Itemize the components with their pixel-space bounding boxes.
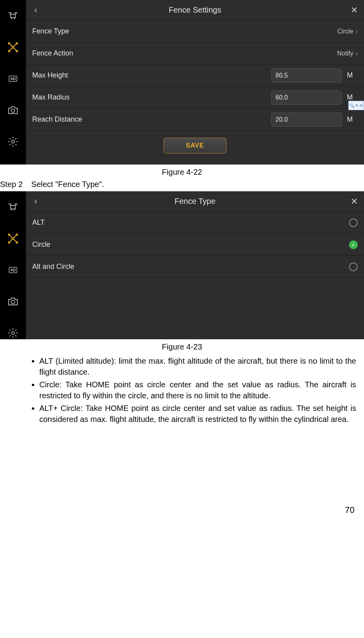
- save-button[interactable]: SAVE: [164, 138, 226, 153]
- panel-title: Fence Settings: [46, 6, 344, 15]
- hd-icon[interactable]: [7, 72, 19, 85]
- drone-icon[interactable]: [7, 9, 19, 22]
- unit-max-height: M: [342, 71, 358, 80]
- settings-panel: ‹ Fence Settings ✕ Fence Type Circle › F…: [26, 0, 364, 165]
- close-icon[interactable]: ✕: [344, 196, 364, 207]
- input-max-radius[interactable]: [271, 91, 342, 105]
- sidebar: [0, 191, 26, 339]
- radio-unchecked-icon: [349, 263, 358, 271]
- svg-point-16: [11, 300, 15, 304]
- svg-rect-9: [11, 205, 16, 209]
- chevron-right-icon: ›: [356, 28, 358, 35]
- unit-reach-distance: M: [342, 115, 358, 124]
- close-icon[interactable]: ✕: [344, 5, 364, 15]
- option-alt-and-circle[interactable]: Alt and Circle: [26, 256, 364, 278]
- svg-point-1: [12, 46, 14, 48]
- unit-max-radius: M: [342, 93, 358, 102]
- row-reach-distance: Reach Distance M: [26, 109, 364, 131]
- input-max-height[interactable]: [271, 68, 342, 83]
- label-reach-distance: Reach Distance: [32, 115, 271, 124]
- step-2-line: Step 2 Select "Fence Type".: [0, 178, 364, 191]
- bullet-alt-circle: ALT+ Circle: Take HOME point as circle c…: [39, 403, 356, 425]
- gear-icon[interactable]: [7, 135, 19, 148]
- radio-unchecked-icon: [349, 218, 358, 227]
- option-label-alt: ALT: [32, 218, 349, 227]
- hd-icon[interactable]: [7, 264, 19, 276]
- radio-checked-icon: ✓: [349, 240, 358, 249]
- propeller-icon[interactable]: [7, 41, 19, 54]
- camera-icon[interactable]: [7, 104, 19, 117]
- option-circle[interactable]: Circle ✓: [26, 234, 364, 256]
- watermark-badge: 🔍 ✎ ⟳: [348, 101, 364, 110]
- drone-icon[interactable]: [7, 201, 19, 213]
- fence-type-panel: ‹ Fence Type ✕ ALT Circle ✓ Alt and Circ…: [26, 191, 364, 339]
- save-row: SAVE: [26, 131, 364, 165]
- value-fence-type: Circle: [337, 28, 353, 35]
- sidebar: [0, 0, 26, 165]
- value-fence-action: Notify: [337, 50, 353, 57]
- label-fence-action: Fence Action: [32, 49, 337, 57]
- figure-caption-2: Figure 4-23: [0, 339, 364, 353]
- option-label-circle: Circle: [32, 240, 349, 249]
- back-icon[interactable]: ‹: [26, 196, 46, 207]
- option-label-alt-circle: Alt and Circle: [32, 263, 349, 271]
- label-max-height: Max Height: [32, 71, 271, 80]
- svg-point-10: [12, 238, 14, 240]
- page-number: 70: [0, 426, 364, 523]
- figure-fence-type: ‹ Fence Type ✕ ALT Circle ✓ Alt and Circ…: [0, 191, 364, 339]
- svg-point-8: [11, 140, 15, 143]
- row-max-height: Max Height M: [26, 65, 364, 87]
- option-alt[interactable]: ALT: [26, 212, 364, 234]
- step-label: Step 2: [0, 180, 29, 189]
- row-fence-type[interactable]: Fence Type Circle ›: [26, 20, 364, 43]
- svg-rect-6: [9, 76, 17, 81]
- step-text: Select "Fence Type".: [31, 180, 104, 189]
- svg-rect-15: [9, 267, 17, 273]
- chevron-right-icon: ›: [356, 50, 358, 57]
- svg-point-7: [11, 109, 15, 113]
- figure-caption-1: Figure 4-22: [0, 165, 364, 178]
- svg-point-17: [11, 331, 15, 335]
- empty-space: [26, 278, 364, 337]
- row-fence-action[interactable]: Fence Action Notify ›: [26, 43, 364, 65]
- panel-header: ‹ Fence Type ✕: [26, 191, 364, 212]
- camera-icon[interactable]: [7, 295, 19, 308]
- figure-fence-settings: ‹ Fence Settings ✕ Fence Type Circle › F…: [0, 0, 364, 165]
- gear-icon[interactable]: [7, 327, 19, 339]
- row-max-radius: Max Radius M: [26, 87, 364, 109]
- bullet-list: ALT (Limited altitude): limit the max. f…: [0, 353, 364, 425]
- label-fence-type: Fence Type: [32, 27, 337, 35]
- bullet-circle: Circle: Take HOME point as circle center…: [39, 379, 356, 401]
- label-max-radius: Max Radius: [32, 93, 271, 102]
- panel-header: ‹ Fence Settings ✕: [26, 0, 364, 20]
- propeller-icon[interactable]: [7, 232, 19, 245]
- panel-title: Fence Type: [46, 197, 344, 206]
- bullet-alt: ALT (Limited altitude): limit the max. f…: [39, 355, 356, 377]
- back-icon[interactable]: ‹: [26, 5, 46, 15]
- input-reach-distance[interactable]: [271, 113, 342, 127]
- svg-rect-0: [11, 14, 16, 18]
